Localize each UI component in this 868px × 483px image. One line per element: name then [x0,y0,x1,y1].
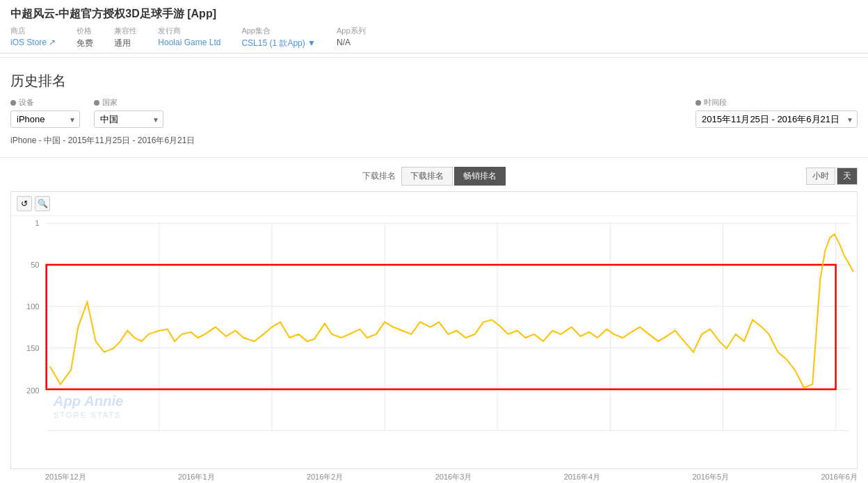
country-label: 国家 [94,97,163,108]
sales-rank-tab[interactable]: 畅销排名 [454,167,506,186]
chart-area: ↺ 🔍 1 50 100 150 200 [10,191,858,469]
time-tabs: 小时 天 [806,167,858,185]
controls-row: 设备 iPhone iPad All ▼ 国家 中国 美国 日本 ▼ 时间段 2… [0,97,868,135]
country-select[interactable]: 中国 美国 日本 [94,110,163,128]
store-value[interactable]: iOS Store ↗ [10,38,56,47]
svg-text:50: 50 [31,261,39,269]
x-label-may: 2016年5月 [693,472,730,482]
x-label-dec: 2015年12月 [45,472,86,482]
meta-series: App系列 N/A [337,26,366,47]
sub-label: iPhone - 中国 - 2015年11月25日 - 2016年6月21日 [0,135,868,154]
device-select[interactable]: iPhone iPad All [10,110,80,128]
publisher-value[interactable]: Hoolai Game Ltd [158,38,220,47]
svg-text:100: 100 [26,302,40,311]
x-label-jan: 2016年1月 [178,472,215,482]
price-label: 价格 [77,26,93,36]
publisher-label: 发行商 [158,26,220,36]
hour-tab[interactable]: 小时 [806,167,835,185]
app-header: 中超风云-中超官方授权3D足球手游 [App] 商店 iOS Store ↗ 价… [0,0,868,54]
x-label-jun: 2016年6月 [821,472,858,482]
meta-price: 价格 免费 [77,26,93,49]
chart-toolbar: ↺ 🔍 [11,192,857,216]
price-value: 免费 [77,38,93,49]
rank-tabs: 下载排名 下载排名 畅销排名 [362,167,506,186]
reset-button[interactable]: ↺ [17,196,32,211]
collection-label: App集合 [241,26,316,36]
compat-value: 通用 [114,38,137,49]
svg-text:200: 200 [26,386,40,395]
meta-publisher: 发行商 Hoolai Game Ltd [158,26,220,47]
x-label-mar: 2016年3月 [435,472,472,482]
section-title: 历史排名 [0,61,868,97]
day-tab[interactable]: 天 [837,167,858,185]
app-title: 中超风云-中超官方授权3D足球手游 [App] [10,7,858,22]
chart-controls: 下载排名 下载排名 畅销排名 小时 天 [0,161,868,191]
country-control: 国家 中国 美国 日本 ▼ [94,97,163,128]
x-label-apr: 2016年4月 [564,472,601,482]
zoom-button[interactable]: 🔍 [35,196,50,211]
svg-text:App Annie: App Annie [53,393,123,409]
chart-canvas: 1 50 100 150 200 App Annie STORE STATS [11,216,857,459]
svg-rect-18 [47,265,836,389]
meta-compat: 兼容性 通用 [114,26,137,49]
app-meta: 商店 iOS Store ↗ 价格 免费 兼容性 通用 发行商 Hoolai G… [10,26,858,49]
svg-text:1: 1 [35,219,39,227]
store-label: 商店 [10,26,56,36]
svg-text:150: 150 [26,343,40,352]
device-control: 设备 iPhone iPad All ▼ [10,97,80,128]
series-label: App系列 [337,26,366,36]
compat-label: 兼容性 [114,26,137,36]
meta-collection: App集合 CSL15 (1 款App) ▼ [241,26,316,49]
svg-text:STORE STATS: STORE STATS [54,411,122,419]
rank-label: 下载排名 [362,170,396,182]
download-rank-tab[interactable]: 下载排名 [401,167,453,186]
collection-value[interactable]: CSL15 (1 款App) ▼ [241,38,316,49]
x-axis-labels: 2015年12月 2016年1月 2016年2月 2016年3月 2016年4月… [0,469,868,483]
series-value: N/A [337,38,366,47]
date-range-select[interactable]: 2015年11月25日 - 2016年6月21日 [696,110,858,128]
meta-store: 商店 iOS Store ↗ [10,26,56,47]
date-range-control: 时间段 2015年11月25日 - 2016年6月21日 ▼ [696,97,858,128]
country-select-wrapper: 中国 美国 日本 ▼ [94,110,163,128]
x-label-feb: 2016年2月 [307,472,344,482]
device-select-wrapper: iPhone iPad All ▼ [10,110,80,128]
chart-svg: 1 50 100 150 200 App Annie STORE STATS [11,216,857,459]
date-label: 时间段 [696,97,858,108]
date-range-select-wrapper: 2015年11月25日 - 2016年6月21日 ▼ [696,110,858,128]
device-label: 设备 [10,97,80,108]
